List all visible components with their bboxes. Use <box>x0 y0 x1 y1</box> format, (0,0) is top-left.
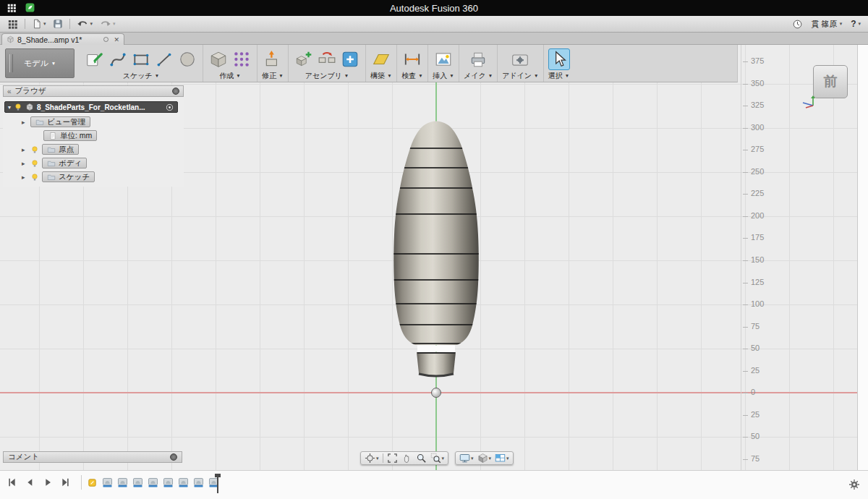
select-tool-button[interactable] <box>548 48 570 70</box>
expand-arrow-icon[interactable]: ▸ <box>22 146 27 153</box>
redo-button[interactable]: ▾ <box>99 18 116 30</box>
expand-arrow-icon[interactable]: ▸ <box>22 174 27 181</box>
ruler-value: 375 <box>751 56 764 65</box>
panel-options-button[interactable] <box>172 88 179 95</box>
timeline-feature-3[interactable] <box>131 475 145 490</box>
timeline-feature-2[interactable] <box>116 475 129 490</box>
model-body[interactable] <box>393 121 479 346</box>
browser-item-4[interactable]: ▸ボディ <box>3 156 184 170</box>
ribbon-group-dropdown[interactable]: 修正▼ <box>262 71 283 80</box>
visual-style-tool-button[interactable]: ▾ <box>476 452 493 464</box>
browser-item-chip[interactable]: スケッチ <box>42 171 95 182</box>
app-grid-icon[interactable] <box>7 3 17 13</box>
canvas-tool-button[interactable] <box>433 48 454 70</box>
play-button[interactable] <box>41 475 55 490</box>
timeline-feature-5[interactable] <box>161 475 175 490</box>
workspace-switcher[interactable]: モデル ▼ <box>5 48 75 78</box>
spline-tool-button[interactable] <box>107 48 129 70</box>
browser-item-5[interactable]: ▸スケッチ <box>3 170 184 184</box>
comments-panel[interactable]: コメント <box>3 451 182 463</box>
timeline-feature-7[interactable] <box>192 475 205 490</box>
app-laun`cher-button[interactable] <box>7 19 18 30</box>
ribbon-group-dropdown[interactable]: 構築▼ <box>370 71 391 80</box>
caret-down-icon: ▼ <box>387 73 391 78</box>
collapse-panel-icon[interactable]: « <box>7 88 12 95</box>
browser-item-1[interactable]: ▸ビュー管理 <box>3 115 184 129</box>
browser-item-chip[interactable]: ビュー管理 <box>30 116 90 127</box>
skip-start-icon <box>6 477 17 488</box>
ribbon-group-dropdown[interactable]: スケッチ▼ <box>123 71 159 80</box>
ribbon-group-dropdown[interactable]: アドイン▼ <box>502 71 538 80</box>
press-pull-tool-button[interactable] <box>262 48 284 70</box>
bulb-icon[interactable] <box>30 159 39 168</box>
caret-down-icon: ▼ <box>344 73 349 78</box>
timeline-feature-1[interactable] <box>101 475 114 490</box>
help-menu[interactable]: ? ▾ <box>851 19 861 29</box>
expand-arrow-icon[interactable]: ▸ <box>22 160 27 167</box>
ribbon-group-dropdown[interactable]: 作成▼ <box>219 71 240 80</box>
timeline-feature-8[interactable] <box>207 475 221 490</box>
browser-root-item[interactable]: ▾ 8_ShadeParts_For_Rocketlan... <box>4 101 178 113</box>
browser-header[interactable]: « ブラウザ <box>3 85 184 97</box>
browser-item-chip[interactable]: 単位: mm <box>43 130 97 141</box>
document-tab[interactable]: 8_Shade...amp v1* ✕ <box>1 33 124 45</box>
orbit-tool-button[interactable]: ▾ <box>363 452 380 464</box>
skip-start-button[interactable] <box>4 475 19 490</box>
make-tool-button[interactable] <box>467 48 489 70</box>
browser-tree: ▸ビュー管理単位: mm▸原点▸ボディ▸スケッチ <box>3 115 184 184</box>
save-button[interactable] <box>53 19 63 29</box>
pan-tool-button[interactable] <box>400 452 414 464</box>
ribbon-group-dropdown[interactable]: 検査▼ <box>401 71 422 80</box>
viewports-tool-button[interactable]: ▾ <box>493 452 511 464</box>
timeline-settings-gear-icon[interactable] <box>848 479 860 490</box>
pattern-tool-button[interactable] <box>231 48 252 70</box>
origin-point[interactable] <box>431 388 441 398</box>
user-menu[interactable]: 貫 篠原 ▾ <box>812 19 843 30</box>
timeline-cursor[interactable] <box>217 474 218 493</box>
browser-item-3[interactable]: ▸原点 <box>3 142 184 156</box>
create-sketch-tool-button[interactable] <box>84 48 106 70</box>
zoom-tool-button[interactable] <box>414 452 428 464</box>
insert-tool-button[interactable] <box>339 48 361 70</box>
model-end-cap[interactable] <box>417 352 456 376</box>
circle-tool-button[interactable] <box>176 48 198 70</box>
expand-arrow-icon[interactable]: ▸ <box>22 119 27 126</box>
step-back-button[interactable] <box>22 475 37 490</box>
zoom-window-tool-button[interactable]: ▾ <box>429 452 446 464</box>
undo-button[interactable]: ▾ <box>77 18 93 30</box>
browser-item-chip[interactable]: ボディ <box>42 158 87 169</box>
measure-tool-button[interactable] <box>401 48 423 70</box>
ribbon-group-dropdown[interactable]: メイク▼ <box>464 71 493 80</box>
scrollbar-track[interactable] <box>857 45 868 470</box>
activate-component-icon[interactable] <box>165 103 174 112</box>
joint-tool-button[interactable] <box>316 48 338 70</box>
bulb-icon[interactable] <box>14 103 22 111</box>
fit-tool-button[interactable] <box>386 452 399 464</box>
timeline-feature-6[interactable] <box>176 475 190 490</box>
browser-item-2[interactable]: 単位: mm <box>3 129 184 142</box>
timeline-marker[interactable] <box>85 475 99 490</box>
bulb-icon[interactable] <box>30 145 39 154</box>
skip-end-button[interactable] <box>59 475 73 490</box>
box-tool-button[interactable] <box>208 48 229 70</box>
close-tab-icon[interactable]: ✕ <box>114 36 119 43</box>
panel-options-button[interactable] <box>170 453 177 461</box>
rectangle-tool-button[interactable] <box>130 48 152 70</box>
browser-item-chip[interactable]: 原点 <box>42 144 79 155</box>
clock-icon[interactable] <box>792 19 803 30</box>
addin-tool-button[interactable] <box>509 48 531 70</box>
expand-arrow-icon[interactable]: ▾ <box>8 104 11 111</box>
file-menu-button[interactable]: ▾ <box>32 19 46 29</box>
lampshade-model[interactable] <box>373 119 500 385</box>
ruler-value: 300 <box>751 123 764 132</box>
ribbon-group-dropdown[interactable]: アセンブリ▼ <box>305 71 349 80</box>
ribbon-group-dropdown[interactable]: 挿入▼ <box>433 71 454 80</box>
new-component-tool-button[interactable] <box>293 48 315 70</box>
bulb-icon[interactable] <box>30 173 39 182</box>
plane-tool-button[interactable] <box>370 48 392 70</box>
line-tool-button[interactable] <box>153 48 175 70</box>
timeline-feature-4[interactable] <box>146 475 160 490</box>
display-tool-button[interactable]: ▾ <box>458 452 475 464</box>
ribbon-group-dropdown[interactable]: 選択▼ <box>548 71 569 80</box>
green-app-icon[interactable] <box>25 2 35 13</box>
